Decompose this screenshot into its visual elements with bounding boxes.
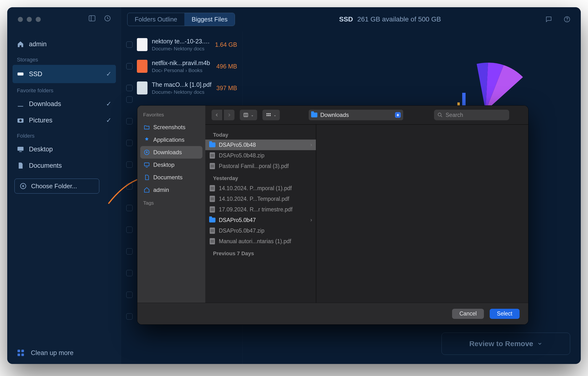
file-entry[interactable]: Manual autori...ntarias (1).pdf bbox=[205, 236, 316, 247]
file-size: 397 MB bbox=[216, 84, 237, 92]
folder-icon bbox=[209, 217, 215, 223]
file-entry[interactable]: 17.09.2024. R...r trimestre.pdf bbox=[205, 204, 316, 215]
file-icon bbox=[209, 152, 215, 159]
dialog-sidebar-item-documents[interactable]: Documents bbox=[140, 171, 202, 184]
dialog-sidebar-item-downloads[interactable]: Downloads bbox=[140, 146, 202, 159]
svg-rect-18 bbox=[144, 163, 149, 166]
file-checkbox[interactable] bbox=[126, 85, 133, 91]
sidebar-item-downloads[interactable]: Downloads ✓ bbox=[12, 96, 116, 112]
camera-icon bbox=[17, 117, 24, 124]
maximize-window-button[interactable] bbox=[36, 17, 41, 22]
sidebar-downloads-label: Downloads bbox=[29, 100, 61, 108]
choose-folder-label: Choose Folder... bbox=[31, 182, 77, 190]
sidebar-item-desktop[interactable]: Desktop bbox=[12, 141, 116, 157]
search-field[interactable]: Search bbox=[434, 110, 509, 120]
choose-folder-button[interactable]: Choose Folder... bbox=[14, 179, 99, 194]
app-window: admin Storages SSD ✓ Favorite folders Do… bbox=[7, 7, 581, 364]
dialog-sidebar-item-admin[interactable]: admin bbox=[140, 184, 202, 196]
dialog-tags-label: Tags bbox=[140, 198, 202, 208]
history-icon[interactable] bbox=[104, 15, 111, 22]
close-window-button[interactable] bbox=[18, 17, 23, 22]
search-placeholder: Search bbox=[446, 112, 463, 118]
file-entry[interactable]: DSAPro5.0b47.zip bbox=[205, 225, 316, 236]
select-button[interactable]: Select bbox=[490, 309, 520, 319]
sidebar-item-documents[interactable]: Documents bbox=[12, 157, 116, 174]
file-thumbnail bbox=[137, 82, 147, 94]
column-view-button[interactable]: ⌄ bbox=[240, 110, 257, 120]
file-row[interactable]: The macO...k [1.0].pdf Docume› Nektony d… bbox=[121, 77, 242, 99]
help-icon[interactable] bbox=[563, 16, 571, 23]
chevron-right-icon: › bbox=[310, 217, 312, 223]
file-entry[interactable]: DSAPro5.0b47› bbox=[205, 215, 316, 225]
checkmark-icon: ✓ bbox=[106, 100, 112, 108]
open-panel-dialog: Favorites ScreenshotsApplicationsDownloa… bbox=[137, 105, 528, 324]
cancel-button[interactable]: Cancel bbox=[452, 309, 484, 319]
review-to-remove-button[interactable]: Review to Remove bbox=[441, 333, 570, 355]
svg-rect-3 bbox=[18, 73, 24, 76]
doc-icon bbox=[144, 174, 150, 180]
dialog-sidebar-item-desktop[interactable]: Desktop bbox=[140, 159, 202, 171]
plus-circle-icon bbox=[20, 182, 27, 190]
sidebar-documents-label: Documents bbox=[29, 162, 62, 169]
chevron-down-icon bbox=[537, 341, 542, 346]
svg-rect-24 bbox=[270, 113, 271, 115]
file-row[interactable]: netflix-nik...pravil.m4b Doc› Personal ›… bbox=[121, 55, 242, 77]
svg-rect-0 bbox=[89, 15, 95, 21]
file-entry[interactable]: 14.10.2024. P...mporal (1).pdf bbox=[205, 183, 316, 194]
dialog-column-2 bbox=[316, 125, 528, 303]
dialog-toolbar: ⌄ ⌄ Downloads Search bbox=[205, 105, 528, 124]
group-header: Previous 7 Days bbox=[205, 247, 316, 258]
file-checkbox[interactable] bbox=[126, 63, 133, 69]
dialog-favorites-label: Favorites bbox=[140, 109, 202, 120]
feedback-icon[interactable] bbox=[545, 16, 552, 23]
svg-rect-6 bbox=[18, 147, 24, 151]
sidebar-footer[interactable]: Clean up more bbox=[12, 346, 116, 359]
svg-rect-9 bbox=[18, 350, 20, 352]
svg-rect-22 bbox=[266, 113, 268, 115]
svg-rect-10 bbox=[21, 350, 24, 352]
view-mode-segment: Folders Outline Biggest Files bbox=[127, 13, 235, 26]
minimize-window-button[interactable] bbox=[27, 17, 32, 22]
disk-icon bbox=[17, 70, 24, 78]
file-thumbnail bbox=[137, 60, 147, 73]
home-icon bbox=[144, 187, 150, 193]
nav-forward-button[interactable] bbox=[224, 110, 234, 120]
svg-rect-11 bbox=[18, 354, 20, 356]
sidebar-item-ssd[interactable]: SSD ✓ bbox=[12, 65, 116, 83]
file-entry[interactable]: Pastoral Famil...poral (3).pdf bbox=[205, 161, 316, 171]
svg-rect-7 bbox=[19, 151, 22, 152]
file-icon bbox=[209, 196, 215, 202]
file-path: Doc› Personal › Books bbox=[152, 67, 212, 73]
dialog-sidebar-item-screenshots[interactable]: Screenshots bbox=[140, 121, 202, 134]
section-folders-label: Folders bbox=[12, 128, 116, 141]
sidebar-item-home[interactable]: admin bbox=[12, 36, 116, 52]
group-view-button[interactable]: ⌄ bbox=[262, 110, 280, 120]
desktop-icon bbox=[17, 146, 24, 153]
file-entry[interactable]: DSAPro5.0b48.zip bbox=[205, 150, 316, 161]
file-row[interactable]: nektony te...-10-23.zip Docume› Nektony … bbox=[121, 34, 242, 55]
tab-biggest-files[interactable]: Biggest Files bbox=[184, 13, 235, 26]
desktop-icon bbox=[144, 162, 150, 168]
file-checkbox[interactable] bbox=[126, 42, 133, 48]
file-icon bbox=[209, 185, 215, 191]
tab-folders-outline[interactable]: Folders Outline bbox=[127, 13, 184, 26]
sunburst-chart bbox=[431, 63, 540, 111]
file-icon bbox=[209, 228, 215, 234]
apps-grid-icon bbox=[17, 349, 25, 357]
dialog-sidebar-item-applications[interactable]: Applications bbox=[140, 134, 202, 146]
file-size: 496 MB bbox=[216, 63, 237, 70]
file-size: 1.64 GB bbox=[215, 41, 237, 48]
group-header: Yesterday bbox=[205, 171, 316, 183]
traffic-lights bbox=[12, 14, 41, 22]
apps-icon bbox=[144, 137, 150, 143]
svg-point-5 bbox=[19, 119, 22, 122]
location-popup[interactable]: Downloads bbox=[309, 110, 403, 120]
file-thumbnail bbox=[137, 38, 147, 51]
toggle-sidebar-icon[interactable] bbox=[88, 15, 96, 22]
drive-name: SSD bbox=[339, 15, 353, 23]
nav-back-button[interactable] bbox=[211, 110, 222, 120]
sidebar-item-pictures[interactable]: Pictures ✓ bbox=[12, 112, 116, 128]
svg-rect-23 bbox=[268, 113, 269, 115]
file-entry[interactable]: 14.10.2024. P...Temporal.pdf bbox=[205, 194, 316, 204]
file-entry[interactable]: DSAPro5.0b48› bbox=[205, 140, 316, 150]
